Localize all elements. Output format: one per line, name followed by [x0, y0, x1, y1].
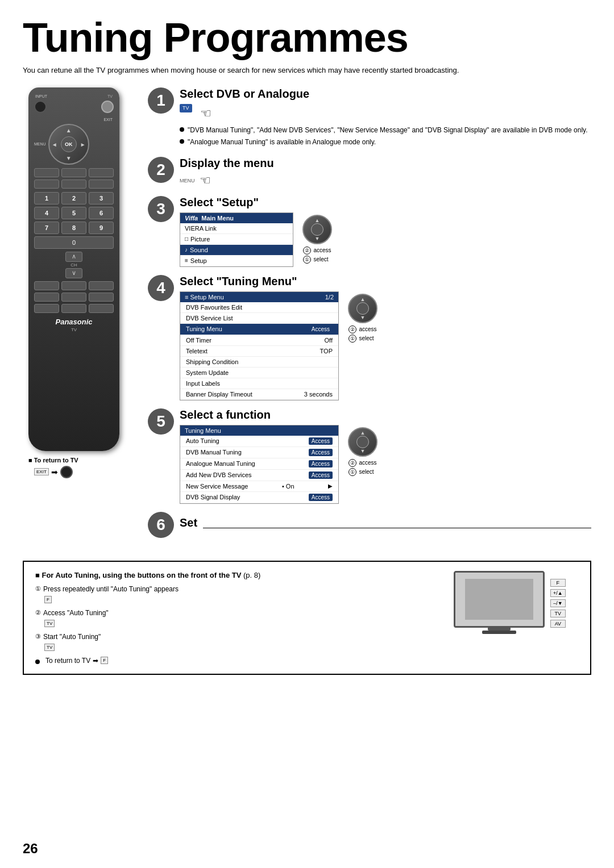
bottom-step-2: ② Access "Auto Tuning" TV	[35, 609, 437, 627]
nav-area: MENU OK ▲ ▼ ◄ ►	[34, 124, 114, 165]
bottom-step-1: ① Press repeatedly until "Auto Tuning" a…	[35, 585, 437, 603]
tuning-row-new-service[interactable]: New Service Message • On ▶	[180, 481, 338, 492]
menu-item-viera-link[interactable]: VIERA Link	[180, 223, 293, 234]
num-btn-8[interactable]: 8	[61, 222, 86, 234]
access-text-step4: access	[359, 326, 376, 332]
setup-row-dvb-service[interactable]: DVB Service List	[180, 313, 338, 324]
setup-row-input[interactable]: Input Labels	[180, 378, 338, 389]
dvb-signal-badge: Access	[309, 494, 333, 501]
setup-row-banner[interactable]: Banner Display Timeout 3 seconds	[180, 389, 338, 400]
step-2: 2 Display the menu MENU ☞	[148, 157, 591, 188]
tuning-row-analogue[interactable]: Analogue Manual Tuning Access	[180, 458, 338, 470]
return-to-tv-bottom: To return to TV ➡ F	[35, 657, 437, 665]
bottom-btn-5[interactable]	[61, 304, 86, 313]
menu-item-sound[interactable]: ♪ Sound	[180, 245, 293, 256]
num-btn-7[interactable]: 7	[34, 222, 59, 234]
viera-logo: Viffa	[185, 215, 198, 222]
setup-menu-page: 1/2	[325, 294, 334, 301]
step-4-number: 4	[148, 275, 174, 301]
ch-down-button[interactable]: ∨	[65, 268, 82, 278]
power-button[interactable]	[34, 101, 47, 113]
bullet-text-1: "DVB Manual Tuning", "Add New DVB Servic…	[188, 125, 588, 135]
setup-row-system[interactable]: System Update	[180, 368, 338, 378]
panasonic-logo: Panasonic	[34, 318, 114, 326]
remote-control: INPUT TV EXIT MENU OK ▲	[28, 87, 119, 451]
setup-row-tuning[interactable]: Tuning Menu Access	[180, 324, 338, 335]
access-label-step4: ② access	[349, 326, 376, 333]
step-4-content: Select "Tuning Menu" ≡ Setup Menu 1/2 DV…	[180, 275, 591, 400]
tv-tag-step3: TV	[44, 644, 55, 651]
bottom-btn-4[interactable]	[34, 304, 59, 313]
access-label-step5: ② access	[349, 459, 376, 467]
tv-tag-step1: TV	[180, 104, 192, 113]
small-btn-2[interactable]	[61, 168, 86, 177]
tuning-row-dvb-manual[interactable]: DVB Manual Tuning Access	[180, 447, 338, 458]
mid-btn-1[interactable]	[34, 281, 59, 290]
small-btn-1[interactable]	[34, 168, 59, 177]
menu-item-setup[interactable]: ≡ Setup	[180, 256, 293, 266]
bottom-btn-6[interactable]	[89, 304, 114, 313]
menu-item-picture[interactable]: □ Picture	[180, 234, 293, 245]
step-1-title: Select DVB or Analogue	[180, 87, 591, 101]
up-arrow-step5: ▲	[360, 430, 366, 436]
ok-circle-step3[interactable]: ▲ ▼	[302, 215, 332, 244]
num-btn-5[interactable]: 5	[61, 207, 86, 219]
num-btn-1[interactable]: 1	[34, 192, 59, 205]
tuning-row-auto[interactable]: Auto Tuning Access	[180, 436, 338, 447]
small-btn-4[interactable]	[34, 180, 59, 189]
exit-button[interactable]	[60, 466, 73, 478]
tuning-menu-header: Tuning Menu	[180, 425, 338, 436]
input-button[interactable]	[101, 101, 114, 113]
bottom-btn-1[interactable]	[34, 293, 59, 302]
tv-label-top: TV	[107, 94, 113, 98]
num-btn-3[interactable]: 3	[89, 192, 114, 205]
select-label-step3: ① select	[303, 256, 331, 264]
tv-side-av[interactable]: AV	[550, 620, 566, 628]
ok-circle-step5[interactable]: ▲ ▼	[348, 427, 377, 457]
shipping-label: Shipping Condition	[186, 358, 238, 365]
step-1-number: 1	[148, 87, 174, 114]
circled-2-step3: ②	[303, 247, 311, 254]
setup-label: Setup	[190, 257, 207, 264]
up-arrow-step3: ▲	[315, 218, 320, 223]
bottom-btn-2[interactable]	[61, 293, 86, 302]
setup-row-off-timer[interactable]: Off Timer Off	[180, 335, 338, 346]
small-btn-3[interactable]	[89, 168, 114, 177]
access-text-step5: access	[359, 460, 376, 466]
tuning-row-add-dvb[interactable]: Add New DVB Services Access	[180, 470, 338, 481]
nav-circle[interactable]: OK ▲ ▼ ◄ ►	[48, 124, 89, 165]
circled-1-step3: ①	[303, 256, 311, 264]
bottom-btn-3[interactable]	[89, 293, 114, 302]
page-ref: (p. 8)	[243, 571, 260, 579]
small-btn-5[interactable]	[61, 180, 86, 189]
remote-column: INPUT TV EXIT MENU OK ▲	[23, 87, 136, 549]
circled-2-bottom: ②	[35, 609, 41, 616]
remote-top-buttons	[34, 101, 114, 113]
ok-circle-step4[interactable]: ▲ ▼	[348, 294, 377, 323]
tv-side-up[interactable]: +/▲	[550, 589, 566, 597]
num-btn-9[interactable]: 9	[89, 222, 114, 234]
num-btn-0[interactable]: 0	[34, 236, 114, 249]
setup-row-dvb-fav[interactable]: DVB Favourites Edit	[180, 302, 338, 313]
ch-up-button[interactable]: ∧	[65, 252, 82, 262]
analogue-badge: Access	[309, 460, 333, 468]
dvb-service-label: DVB Service List	[186, 315, 233, 322]
ok-diagram-step3: ▲ ▼ ② access ① select	[302, 215, 332, 264]
mid-btn-2[interactable]	[61, 281, 86, 290]
tuning-row-dvb-signal[interactable]: DVB Signal Display Access	[180, 492, 338, 503]
num-btn-4[interactable]: 4	[34, 207, 59, 219]
circled-3-bottom: ③	[35, 633, 41, 640]
mid-btn-3[interactable]	[89, 281, 114, 290]
small-btn-6[interactable]	[89, 180, 114, 189]
setup-row-shipping[interactable]: Shipping Condition	[180, 357, 338, 368]
num-btn-2[interactable]: 2	[61, 192, 86, 205]
tv-side-tv[interactable]: TV	[550, 610, 566, 617]
remote-top-labels: INPUT TV	[34, 94, 114, 98]
arrow-return: ➡	[93, 657, 98, 665]
ok-button[interactable]: OK	[61, 136, 77, 152]
tv-side-f[interactable]: F	[550, 579, 566, 587]
num-btn-6[interactable]: 6	[89, 207, 114, 219]
setup-row-teletext[interactable]: Teletext TOP	[180, 346, 338, 357]
off-timer-value: Off	[325, 337, 333, 344]
tv-side-down[interactable]: –/▼	[550, 599, 566, 607]
